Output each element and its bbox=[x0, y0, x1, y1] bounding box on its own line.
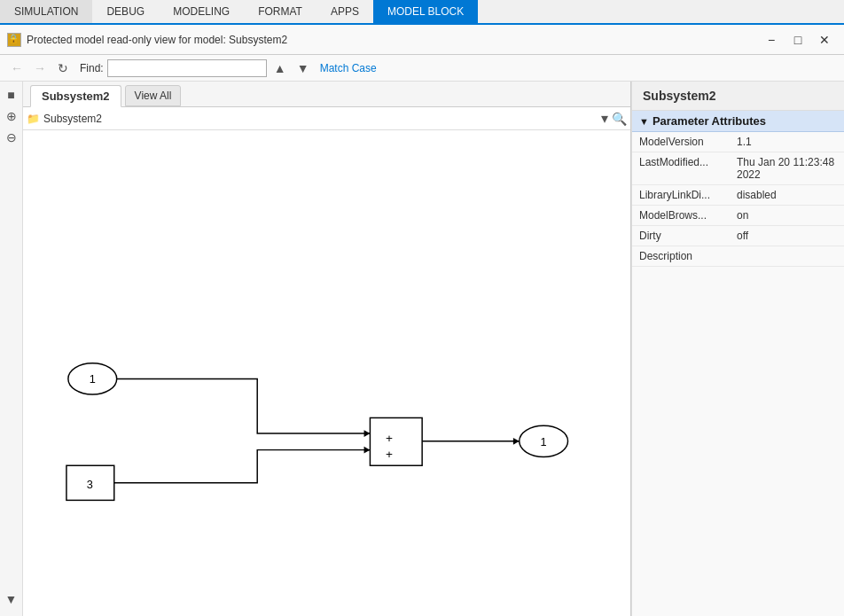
svg-text:3: 3 bbox=[87, 478, 93, 491]
menu-modeling[interactable]: MODELING bbox=[159, 0, 244, 23]
param-value: Thu Jan 20 11:23:48 2022 bbox=[730, 152, 844, 185]
sidebar-icon-zoom-out[interactable]: ⊖ bbox=[2, 128, 21, 147]
close-button[interactable]: ✕ bbox=[812, 30, 837, 50]
minimize-button[interactable]: − bbox=[759, 30, 784, 50]
tab-subsystem2[interactable]: Subsystem2 bbox=[30, 85, 121, 107]
param-value: on bbox=[730, 206, 844, 226]
path-search-icon[interactable]: 🔍 bbox=[612, 112, 627, 126]
menu-model-block[interactable]: MODEL BLOCK bbox=[373, 0, 478, 23]
menu-format[interactable]: FORMAT bbox=[244, 0, 316, 23]
path-icon: 📁 bbox=[27, 113, 40, 125]
main-layout: ■ ⊕ ⊖ ▼ Subsystem2 View All 📁 ▾ 🔍 1 bbox=[0, 82, 844, 616]
table-row: LastModified...Thu Jan 20 11:23:48 2022 bbox=[632, 152, 844, 185]
svg-marker-10 bbox=[364, 447, 371, 454]
tab-bar: Subsystem2 View All bbox=[23, 82, 630, 107]
window-controls: − □ ✕ bbox=[759, 30, 837, 50]
svg-text:+: + bbox=[386, 432, 393, 445]
svg-text:1: 1 bbox=[541, 435, 547, 448]
window-icon: 🔒 bbox=[7, 33, 21, 47]
param-key: Dirty bbox=[632, 226, 730, 246]
table-row: Description bbox=[632, 246, 844, 267]
svg-rect-4 bbox=[370, 417, 422, 465]
sidebar-icon-zoom-in[interactable]: ⊕ bbox=[2, 106, 21, 126]
find-next-button[interactable]: ▼ bbox=[293, 58, 313, 78]
diagram-canvas: 1 3 + + 1 bbox=[23, 130, 630, 616]
canvas-area: Subsystem2 View All 📁 ▾ 🔍 1 3 + + bbox=[23, 82, 631, 616]
param-value bbox=[730, 246, 844, 267]
param-value: disabled bbox=[730, 185, 844, 206]
right-panel: Subsystem2 ▼ Parameter Attributes ModelV… bbox=[631, 82, 844, 616]
refresh-button[interactable]: ↻ bbox=[53, 58, 73, 78]
menu-debug[interactable]: DEBUG bbox=[92, 0, 159, 23]
find-input[interactable] bbox=[107, 59, 267, 77]
left-sidebar: ■ ⊕ ⊖ ▼ bbox=[0, 82, 23, 616]
forward-button[interactable]: → bbox=[30, 58, 50, 78]
menu-bar: SIMULATION DEBUG MODELING FORMAT APPS MO… bbox=[0, 0, 844, 25]
path-bar: 📁 ▾ 🔍 bbox=[23, 107, 630, 130]
tab-view-all[interactable]: View All bbox=[125, 85, 182, 106]
diagram-svg: 1 3 + + 1 bbox=[23, 130, 630, 616]
sidebar-icon-bottom[interactable]: ▼ bbox=[2, 589, 21, 609]
rp-title: Subsystem2 bbox=[632, 82, 844, 111]
sidebar-icon-1[interactable]: ■ bbox=[2, 85, 21, 105]
param-key: Description bbox=[632, 246, 730, 267]
rp-collapse-icon: ▼ bbox=[639, 116, 649, 127]
table-row: Dirtyoff bbox=[632, 226, 844, 246]
param-key: LibraryLinkDi... bbox=[632, 185, 730, 206]
svg-text:1: 1 bbox=[90, 372, 96, 386]
maximize-button[interactable]: □ bbox=[785, 30, 810, 50]
find-label: Find: bbox=[80, 62, 104, 74]
rp-section-header[interactable]: ▼ Parameter Attributes bbox=[632, 111, 844, 132]
back-button[interactable]: ← bbox=[7, 58, 27, 78]
param-key: LastModified... bbox=[632, 152, 730, 185]
match-case-button[interactable]: Match Case bbox=[320, 62, 377, 74]
param-key: ModelVersion bbox=[632, 132, 730, 152]
menu-apps[interactable]: APPS bbox=[316, 0, 373, 23]
svg-text:+: + bbox=[386, 448, 393, 461]
title-bar: 🔒 Protected model read-only view for mod… bbox=[0, 25, 844, 55]
param-value: off bbox=[730, 226, 844, 246]
rp-table: ModelVersion1.1LastModified...Thu Jan 20… bbox=[632, 132, 844, 267]
find-prev-button[interactable]: ▲ bbox=[270, 58, 290, 78]
param-key: ModelBrows... bbox=[632, 206, 730, 226]
table-row: LibraryLinkDi...disabled bbox=[632, 185, 844, 206]
svg-marker-11 bbox=[513, 438, 520, 445]
toolbar: ← → ↻ Find: ▲ ▼ Match Case bbox=[0, 55, 844, 82]
rp-section-label: Parameter Attributes bbox=[653, 114, 766, 128]
svg-marker-9 bbox=[364, 430, 371, 437]
table-row: ModelVersion1.1 bbox=[632, 132, 844, 152]
menu-simulation[interactable]: SIMULATION bbox=[0, 0, 92, 23]
path-dropdown-icon[interactable]: ▾ bbox=[601, 110, 608, 127]
table-row: ModelBrows...on bbox=[632, 206, 844, 226]
window-title: Protected model read-only view for model… bbox=[27, 34, 754, 46]
param-value: 1.1 bbox=[730, 132, 844, 152]
path-input[interactable] bbox=[43, 113, 601, 125]
